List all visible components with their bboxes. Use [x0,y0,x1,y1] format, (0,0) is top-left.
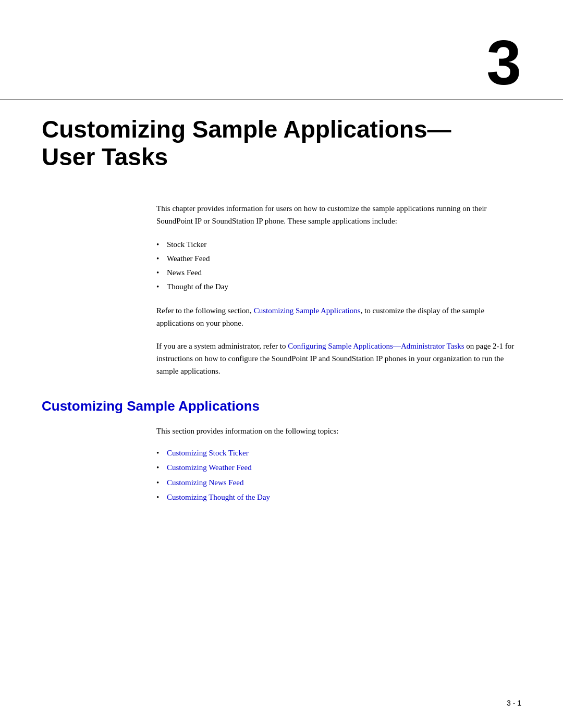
list-item: Thought of the Day [156,280,521,294]
chapter-title-line2: User Tasks [42,143,168,170]
admin-text-before: If you are a system administrator, refer… [156,342,288,350]
link-list: Customizing Stock Ticker Customizing Wea… [156,446,521,505]
list-item: News Feed [156,266,521,280]
list-item: Customizing News Feed [156,475,521,490]
section-heading: Customizing Sample Applications [42,398,521,414]
admin-tasks-link[interactable]: Configuring Sample Applications—Administ… [288,342,464,350]
section-content-area: This section provides information on the… [0,425,563,505]
list-item: Customizing Stock Ticker [156,446,521,461]
list-item: Stock Ticker [156,238,521,252]
admin-paragraph: If you are a system administrator, refer… [156,340,521,377]
chapter-number-area: 3 [0,0,563,94]
chapter-title-line1: Customizing Sample Applications— [42,116,451,143]
section-heading-container: Customizing Sample Applications [0,398,563,414]
bullet-list: Stock Ticker Weather Feed News Feed Thou… [156,238,521,294]
thought-of-day-link[interactable]: Customizing Thought of the Day [167,493,270,501]
refer-text-before: Refer to the following section, [156,306,254,315]
chapter-title-area: Customizing Sample Applications— User Ta… [0,100,563,171]
chapter-title: Customizing Sample Applications— User Ta… [42,116,521,171]
customizing-sample-link[interactable]: Customizing Sample Applications [254,306,361,315]
chapter-number: 3 [486,28,521,97]
page-container: 3 Customizing Sample Applications— User … [0,0,563,728]
news-feed-link[interactable]: Customizing News Feed [167,478,244,487]
list-item: Customizing Thought of the Day [156,490,521,505]
intro-paragraph: This chapter provides information for us… [156,202,521,227]
weather-feed-link[interactable]: Customizing Weather Feed [167,463,252,472]
page-number: 3 - 1 [507,699,521,707]
refer-paragraph: Refer to the following section, Customiz… [156,304,521,329]
main-content: This chapter provides information for us… [0,202,563,377]
list-item: Customizing Weather Feed [156,460,521,475]
stock-ticker-link[interactable]: Customizing Stock Ticker [167,449,249,457]
list-item: Weather Feed [156,252,521,266]
section-intro: This section provides information on the… [156,425,521,437]
